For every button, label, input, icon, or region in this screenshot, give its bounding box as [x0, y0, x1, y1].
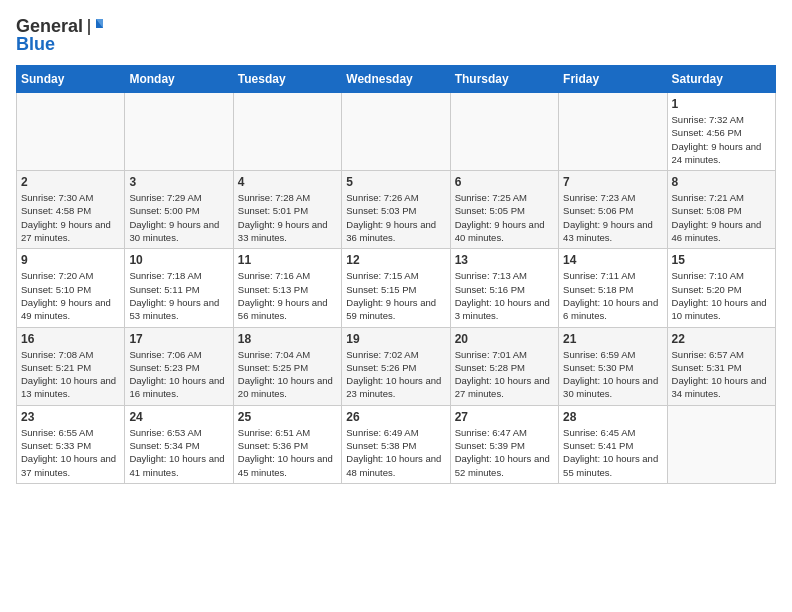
- logo-general: General: [16, 16, 83, 36]
- day-number: 12: [346, 253, 445, 267]
- calendar-cell: 25Sunrise: 6:51 AM Sunset: 5:36 PM Dayli…: [233, 405, 341, 483]
- calendar-cell: 4Sunrise: 7:28 AM Sunset: 5:01 PM Daylig…: [233, 171, 341, 249]
- page-header: General Blue: [16, 16, 776, 55]
- calendar-cell: 15Sunrise: 7:10 AM Sunset: 5:20 PM Dayli…: [667, 249, 775, 327]
- day-number: 15: [672, 253, 771, 267]
- calendar-cell: 6Sunrise: 7:25 AM Sunset: 5:05 PM Daylig…: [450, 171, 558, 249]
- day-number: 22: [672, 332, 771, 346]
- calendar-week-0: 1Sunrise: 7:32 AM Sunset: 4:56 PM Daylig…: [17, 93, 776, 171]
- day-info: Sunrise: 6:51 AM Sunset: 5:36 PM Dayligh…: [238, 426, 337, 479]
- calendar-cell: [17, 93, 125, 171]
- day-info: Sunrise: 7:02 AM Sunset: 5:26 PM Dayligh…: [346, 348, 445, 401]
- calendar-cell: 9Sunrise: 7:20 AM Sunset: 5:10 PM Daylig…: [17, 249, 125, 327]
- calendar-week-2: 9Sunrise: 7:20 AM Sunset: 5:10 PM Daylig…: [17, 249, 776, 327]
- calendar-week-4: 23Sunrise: 6:55 AM Sunset: 5:33 PM Dayli…: [17, 405, 776, 483]
- day-number: 23: [21, 410, 120, 424]
- col-header-monday: Monday: [125, 66, 233, 93]
- day-info: Sunrise: 7:29 AM Sunset: 5:00 PM Dayligh…: [129, 191, 228, 244]
- day-number: 20: [455, 332, 554, 346]
- day-number: 3: [129, 175, 228, 189]
- calendar-cell: 18Sunrise: 7:04 AM Sunset: 5:25 PM Dayli…: [233, 327, 341, 405]
- calendar-cell: 22Sunrise: 6:57 AM Sunset: 5:31 PM Dayli…: [667, 327, 775, 405]
- day-info: Sunrise: 7:10 AM Sunset: 5:20 PM Dayligh…: [672, 269, 771, 322]
- calendar-cell: [342, 93, 450, 171]
- day-number: 24: [129, 410, 228, 424]
- day-info: Sunrise: 7:26 AM Sunset: 5:03 PM Dayligh…: [346, 191, 445, 244]
- day-number: 2: [21, 175, 120, 189]
- day-number: 21: [563, 332, 662, 346]
- calendar-cell: 11Sunrise: 7:16 AM Sunset: 5:13 PM Dayli…: [233, 249, 341, 327]
- day-number: 25: [238, 410, 337, 424]
- day-info: Sunrise: 6:57 AM Sunset: 5:31 PM Dayligh…: [672, 348, 771, 401]
- day-number: 13: [455, 253, 554, 267]
- col-header-wednesday: Wednesday: [342, 66, 450, 93]
- day-info: Sunrise: 7:21 AM Sunset: 5:08 PM Dayligh…: [672, 191, 771, 244]
- day-number: 10: [129, 253, 228, 267]
- calendar-cell: 12Sunrise: 7:15 AM Sunset: 5:15 PM Dayli…: [342, 249, 450, 327]
- calendar-cell: 1Sunrise: 7:32 AM Sunset: 4:56 PM Daylig…: [667, 93, 775, 171]
- day-info: Sunrise: 7:13 AM Sunset: 5:16 PM Dayligh…: [455, 269, 554, 322]
- day-info: Sunrise: 7:18 AM Sunset: 5:11 PM Dayligh…: [129, 269, 228, 322]
- day-info: Sunrise: 7:25 AM Sunset: 5:05 PM Dayligh…: [455, 191, 554, 244]
- calendar-cell: [559, 93, 667, 171]
- col-header-sunday: Sunday: [17, 66, 125, 93]
- calendar-cell: 20Sunrise: 7:01 AM Sunset: 5:28 PM Dayli…: [450, 327, 558, 405]
- day-number: 19: [346, 332, 445, 346]
- calendar-cell: [233, 93, 341, 171]
- day-info: Sunrise: 7:01 AM Sunset: 5:28 PM Dayligh…: [455, 348, 554, 401]
- day-info: Sunrise: 7:16 AM Sunset: 5:13 PM Dayligh…: [238, 269, 337, 322]
- day-info: Sunrise: 6:53 AM Sunset: 5:34 PM Dayligh…: [129, 426, 228, 479]
- svg-rect-2: [88, 19, 90, 35]
- calendar-cell: 16Sunrise: 7:08 AM Sunset: 5:21 PM Dayli…: [17, 327, 125, 405]
- day-number: 7: [563, 175, 662, 189]
- day-info: Sunrise: 7:32 AM Sunset: 4:56 PM Dayligh…: [672, 113, 771, 166]
- day-info: Sunrise: 6:49 AM Sunset: 5:38 PM Dayligh…: [346, 426, 445, 479]
- calendar-cell: 10Sunrise: 7:18 AM Sunset: 5:11 PM Dayli…: [125, 249, 233, 327]
- calendar-cell: 5Sunrise: 7:26 AM Sunset: 5:03 PM Daylig…: [342, 171, 450, 249]
- day-info: Sunrise: 7:20 AM Sunset: 5:10 PM Dayligh…: [21, 269, 120, 322]
- day-info: Sunrise: 7:15 AM Sunset: 5:15 PM Dayligh…: [346, 269, 445, 322]
- calendar-cell: [450, 93, 558, 171]
- calendar-cell: 17Sunrise: 7:06 AM Sunset: 5:23 PM Dayli…: [125, 327, 233, 405]
- day-number: 4: [238, 175, 337, 189]
- day-number: 11: [238, 253, 337, 267]
- day-number: 17: [129, 332, 228, 346]
- calendar-cell: 19Sunrise: 7:02 AM Sunset: 5:26 PM Dayli…: [342, 327, 450, 405]
- day-info: Sunrise: 6:45 AM Sunset: 5:41 PM Dayligh…: [563, 426, 662, 479]
- day-number: 8: [672, 175, 771, 189]
- calendar-cell: [667, 405, 775, 483]
- day-number: 5: [346, 175, 445, 189]
- calendar-cell: 26Sunrise: 6:49 AM Sunset: 5:38 PM Dayli…: [342, 405, 450, 483]
- day-info: Sunrise: 7:11 AM Sunset: 5:18 PM Dayligh…: [563, 269, 662, 322]
- calendar-cell: 13Sunrise: 7:13 AM Sunset: 5:16 PM Dayli…: [450, 249, 558, 327]
- day-info: Sunrise: 7:08 AM Sunset: 5:21 PM Dayligh…: [21, 348, 120, 401]
- calendar-cell: 14Sunrise: 7:11 AM Sunset: 5:18 PM Dayli…: [559, 249, 667, 327]
- day-info: Sunrise: 7:28 AM Sunset: 5:01 PM Dayligh…: [238, 191, 337, 244]
- col-header-friday: Friday: [559, 66, 667, 93]
- day-number: 18: [238, 332, 337, 346]
- day-info: Sunrise: 7:04 AM Sunset: 5:25 PM Dayligh…: [238, 348, 337, 401]
- day-number: 1: [672, 97, 771, 111]
- calendar-cell: 23Sunrise: 6:55 AM Sunset: 5:33 PM Dayli…: [17, 405, 125, 483]
- day-number: 27: [455, 410, 554, 424]
- day-number: 9: [21, 253, 120, 267]
- calendar-cell: 2Sunrise: 7:30 AM Sunset: 4:58 PM Daylig…: [17, 171, 125, 249]
- col-header-thursday: Thursday: [450, 66, 558, 93]
- calendar-cell: 24Sunrise: 6:53 AM Sunset: 5:34 PM Dayli…: [125, 405, 233, 483]
- calendar-table: SundayMondayTuesdayWednesdayThursdayFrid…: [16, 65, 776, 484]
- calendar-cell: 7Sunrise: 7:23 AM Sunset: 5:06 PM Daylig…: [559, 171, 667, 249]
- day-info: Sunrise: 6:55 AM Sunset: 5:33 PM Dayligh…: [21, 426, 120, 479]
- calendar-week-3: 16Sunrise: 7:08 AM Sunset: 5:21 PM Dayli…: [17, 327, 776, 405]
- day-number: 6: [455, 175, 554, 189]
- calendar-cell: 21Sunrise: 6:59 AM Sunset: 5:30 PM Dayli…: [559, 327, 667, 405]
- calendar-cell: 28Sunrise: 6:45 AM Sunset: 5:41 PM Dayli…: [559, 405, 667, 483]
- calendar-cell: 8Sunrise: 7:21 AM Sunset: 5:08 PM Daylig…: [667, 171, 775, 249]
- day-info: Sunrise: 7:23 AM Sunset: 5:06 PM Dayligh…: [563, 191, 662, 244]
- day-info: Sunrise: 6:59 AM Sunset: 5:30 PM Dayligh…: [563, 348, 662, 401]
- day-info: Sunrise: 7:30 AM Sunset: 4:58 PM Dayligh…: [21, 191, 120, 244]
- calendar-header-row: SundayMondayTuesdayWednesdayThursdayFrid…: [17, 66, 776, 93]
- col-header-saturday: Saturday: [667, 66, 775, 93]
- logo-flag-icon: [85, 16, 107, 38]
- day-number: 26: [346, 410, 445, 424]
- col-header-tuesday: Tuesday: [233, 66, 341, 93]
